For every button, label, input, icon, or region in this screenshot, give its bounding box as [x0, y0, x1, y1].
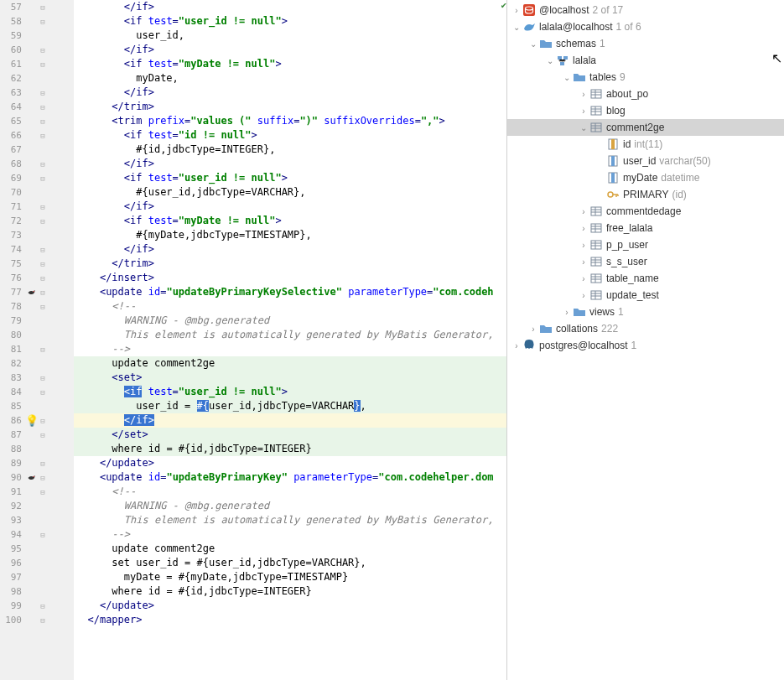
table-icon [589, 221, 603, 235]
table-icon [589, 272, 603, 285]
chevron-right-icon[interactable]: › [578, 106, 589, 116]
table-node[interactable]: › blog [507, 102, 784, 119]
column-node[interactable]: user_idvarchar(50) [507, 153, 784, 169]
svg-rect-24 [611, 173, 615, 183]
folder-icon [539, 37, 553, 50]
datasource-node[interactable]: › postgres@localhost1 [507, 337, 784, 354]
table-icon [589, 238, 603, 252]
chevron-right-icon[interactable]: › [578, 224, 589, 233]
datasource-node[interactable]: › @localhost2 of 17 [507, 2, 784, 18]
chevron-down-icon[interactable]: ⌄ [527, 39, 539, 49]
table-icon [589, 255, 603, 268]
chevron-right-icon[interactable]: › [561, 308, 573, 317]
chevron-down-icon[interactable]: ⌄ [578, 123, 589, 132]
table-node[interactable]: › table_name [507, 270, 784, 287]
key-icon [606, 188, 620, 201]
datasource-icon [522, 3, 536, 17]
code-body[interactable]: </if> <if test="user_id != null"> user_i… [74, 0, 506, 680]
table-icon [589, 104, 603, 117]
chevron-down-icon[interactable]: ⌄ [561, 73, 573, 82]
column-icon [606, 138, 620, 151]
folder-icon [573, 70, 586, 84]
chevron-right-icon[interactable]: › [511, 6, 522, 15]
folder-icon [539, 322, 553, 335]
svg-rect-15 [591, 123, 601, 132]
mybatis-bird-icon[interactable] [27, 288, 37, 298]
chevron-right-icon[interactable]: › [511, 341, 522, 350]
table-node[interactable]: › commentdedage [507, 203, 784, 220]
folder-icon [573, 305, 586, 319]
chevron-right-icon[interactable]: › [578, 291, 589, 300]
svg-rect-22 [611, 156, 615, 166]
schema-node[interactable]: ⌄ lalala [507, 52, 784, 69]
cursor-icon: ↖ [771, 50, 782, 66]
svg-rect-5 [563, 56, 568, 60]
primary-key-node[interactable]: PRIMARY(id) [507, 186, 784, 203]
table-node[interactable]: › about_po [507, 86, 784, 102]
schema-icon [556, 54, 569, 67]
column-icon [606, 171, 620, 184]
postgres-icon [522, 339, 536, 352]
table-node[interactable]: › update_test [507, 287, 784, 304]
svg-rect-20 [611, 139, 615, 149]
svg-rect-46 [591, 291, 601, 299]
table-icon [589, 87, 603, 101]
chevron-right-icon[interactable]: › [578, 207, 589, 216]
svg-rect-6 [560, 62, 564, 65]
chevron-right-icon[interactable]: › [578, 274, 589, 283]
table-node[interactable]: › s_s_user [507, 253, 784, 270]
column-node[interactable]: idint(11) [507, 136, 784, 153]
chevron-down-icon[interactable]: ⌄ [544, 56, 556, 65]
table-icon [589, 205, 603, 218]
svg-rect-7 [591, 90, 601, 98]
chevron-down-icon[interactable]: ⌄ [511, 23, 522, 32]
svg-rect-4 [558, 56, 562, 60]
schemas-node[interactable]: ⌄ schemas1 [507, 35, 784, 52]
svg-point-0 [34, 290, 35, 292]
gutter: 57⊟ 58⊟ 59 60⊟ 61⊟ 62 63⊟ 64⊟ 65⊟ 66⊟ 67… [0, 0, 74, 680]
database-tree-panel[interactable]: ↖ › @localhost2 of 17 ⌄ lalala@localhost… [506, 0, 784, 680]
collations-node[interactable]: › collations222 [507, 320, 784, 337]
table-node[interactable]: › p_p_user [507, 236, 784, 253]
code-editor[interactable]: ✔ 57⊟ 58⊟ 59 60⊟ 61⊟ 62 63⊟ 64⊟ 65⊟ 66⊟ … [0, 0, 506, 680]
mybatis-bird-icon[interactable] [27, 473, 37, 483]
chevron-right-icon[interactable]: › [578, 90, 589, 99]
svg-rect-26 [591, 207, 601, 215]
table-icon [589, 288, 603, 302]
datasource-node[interactable]: ⌄ lalala@localhost1 of 6 [507, 18, 784, 35]
chevron-right-icon[interactable]: › [578, 241, 589, 250]
svg-point-25 [608, 192, 613, 197]
chevron-right-icon[interactable]: › [527, 324, 539, 334]
table-icon [589, 121, 603, 134]
svg-point-1 [34, 475, 35, 477]
tables-node[interactable]: ⌄ tables9 [507, 69, 784, 86]
dolphin-icon [522, 20, 536, 34]
column-icon [606, 154, 620, 168]
chevron-right-icon[interactable]: › [578, 257, 589, 267]
table-node-selected[interactable]: ⌄ comment2ge [507, 119, 784, 136]
lightbulb-icon[interactable]: 💡 [25, 414, 39, 427]
svg-rect-11 [591, 106, 601, 115]
svg-rect-42 [591, 274, 601, 283]
table-node[interactable]: › free_lalala [507, 220, 784, 236]
svg-rect-30 [591, 224, 601, 232]
svg-rect-34 [591, 241, 601, 249]
column-node[interactable]: myDatedatetime [507, 169, 784, 186]
svg-rect-38 [591, 257, 601, 266]
views-node[interactable]: › views1 [507, 304, 784, 320]
